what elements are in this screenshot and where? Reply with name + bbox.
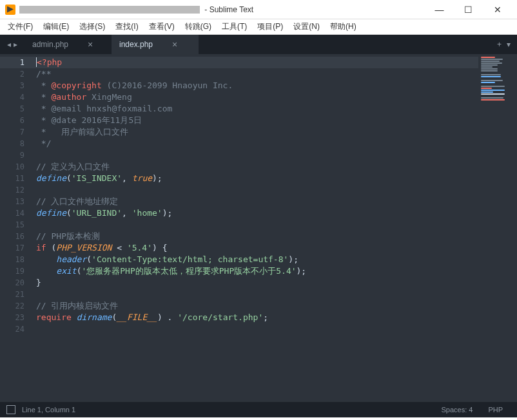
line-number[interactable]: 16 xyxy=(0,231,32,242)
maximize-button[interactable]: ☐ xyxy=(454,1,483,19)
line-number[interactable]: 23 xyxy=(0,312,32,323)
code-line[interactable]: header('Content-Type:text/html; charset=… xyxy=(32,254,478,265)
close-icon[interactable]: × xyxy=(172,39,177,50)
line-number[interactable]: 20 xyxy=(0,277,32,289)
code-line[interactable] xyxy=(32,219,478,231)
code-line[interactable]: if (PHP_VERSION < '5.4') { xyxy=(32,242,478,254)
menu-file[interactable]: 文件(F) xyxy=(3,20,38,33)
line-number[interactable]: 1 xyxy=(0,57,32,68)
line-number[interactable]: 6 xyxy=(0,115,32,126)
menu-project[interactable]: 项目(P) xyxy=(252,20,288,33)
indentation-setting[interactable]: Spaces: 4 xyxy=(433,406,480,414)
menu-view[interactable]: 查看(V) xyxy=(144,20,180,33)
menu-find[interactable]: 查找(I) xyxy=(110,20,143,33)
cursor-position[interactable]: Line 1, Column 1 xyxy=(22,406,433,414)
code-line[interactable]: * @date 2016年11月5日 xyxy=(32,115,478,126)
panel-switcher-icon[interactable] xyxy=(6,405,15,414)
line-number[interactable]: 4 xyxy=(0,91,32,103)
tab-label: index.php xyxy=(119,40,153,49)
line-number[interactable]: 2 xyxy=(0,68,32,80)
line-number[interactable]: 7 xyxy=(0,126,32,138)
code-line[interactable]: // 引用内核启动文件 xyxy=(32,300,478,312)
line-number[interactable]: 11 xyxy=(0,173,32,184)
line-number[interactable]: 5 xyxy=(0,103,32,115)
code-line[interactable] xyxy=(32,289,478,300)
menu-edit[interactable]: 编辑(E) xyxy=(38,20,74,33)
menubar: 文件(F) 编辑(E) 选择(S) 查找(I) 查看(V) 转跳(G) 工具(T… xyxy=(0,19,517,35)
statusbar: Line 1, Column 1 Spaces: 4 PHP xyxy=(0,402,517,417)
code-line[interactable]: require dirname(__FILE__) . '/core/start… xyxy=(32,312,478,323)
line-number[interactable]: 8 xyxy=(0,138,32,149)
window-controls: — ☐ ✕ xyxy=(425,1,512,19)
new-tab-icon[interactable]: + xyxy=(497,40,502,49)
menu-selection[interactable]: 选择(S) xyxy=(74,20,110,33)
gutter: 123456789101112131415161718192021222324 xyxy=(0,54,32,402)
line-number[interactable]: 12 xyxy=(0,184,32,196)
tab-admin-php[interactable]: admin.php × xyxy=(24,35,112,54)
code-line[interactable]: define('IS_INDEX', true); xyxy=(32,173,478,184)
menu-tools[interactable]: 工具(T) xyxy=(217,20,252,33)
line-number[interactable]: 22 xyxy=(0,300,32,312)
tab-index-php[interactable]: index.php × xyxy=(112,35,199,54)
line-number[interactable]: 13 xyxy=(0,196,32,207)
code-line[interactable]: exit('您服务器PHP的版本太低，程序要求PHP版本不小于5.4'); xyxy=(32,265,478,277)
code-line[interactable]: */ xyxy=(32,138,478,149)
code-area[interactable]: <?php/** * @copyright (C)2016-2099 Hnaoy… xyxy=(32,54,478,402)
line-number[interactable]: 9 xyxy=(0,149,32,161)
tab-nav[interactable]: ◂ ▸ xyxy=(0,35,24,54)
redacted-path xyxy=(19,6,200,14)
tab-next-icon[interactable]: ▸ xyxy=(14,40,17,49)
line-number[interactable]: 15 xyxy=(0,219,32,231)
tabbar: ◂ ▸ admin.php × index.php × + ▾ xyxy=(0,35,517,54)
code-line[interactable]: <?php xyxy=(32,57,478,68)
tab-label: admin.php xyxy=(32,40,68,49)
line-number[interactable]: 21 xyxy=(0,289,32,300)
line-number[interactable]: 24 xyxy=(0,323,32,335)
tab-menu-icon[interactable]: ▾ xyxy=(507,40,511,49)
line-number[interactable]: 14 xyxy=(0,207,32,219)
minimap[interactable] xyxy=(478,54,517,402)
code-line[interactable] xyxy=(32,184,478,196)
code-line[interactable]: * 用户前端入口文件 xyxy=(32,126,478,138)
code-line[interactable]: // 定义为入口文件 xyxy=(32,161,478,173)
code-line[interactable] xyxy=(32,149,478,161)
code-line[interactable]: /** xyxy=(32,68,478,80)
syntax-setting[interactable]: PHP xyxy=(480,406,511,414)
app-icon xyxy=(5,5,15,15)
close-button[interactable]: ✕ xyxy=(483,1,512,19)
line-number[interactable]: 10 xyxy=(0,161,32,173)
code-line[interactable]: // PHP版本检测 xyxy=(32,231,478,242)
menu-goto[interactable]: 转跳(G) xyxy=(180,20,217,33)
window-title: - Sublime Text xyxy=(19,5,425,14)
code-line[interactable]: // 入口文件地址绑定 xyxy=(32,196,478,207)
code-line[interactable]: * @copyright (C)2016-2099 Hnaoyun Inc. xyxy=(32,80,478,91)
editor[interactable]: 123456789101112131415161718192021222324 … xyxy=(0,54,517,402)
titlebar: - Sublime Text — ☐ ✕ xyxy=(0,0,517,19)
line-number[interactable]: 3 xyxy=(0,80,32,91)
code-line[interactable]: define('URL_BIND', 'home'); xyxy=(32,207,478,219)
menu-help[interactable]: 帮助(H) xyxy=(325,20,362,33)
close-icon[interactable]: × xyxy=(88,39,93,50)
code-line[interactable] xyxy=(32,323,478,335)
code-line[interactable]: } xyxy=(32,277,478,289)
tab-actions: + ▾ xyxy=(491,35,517,54)
minimize-button[interactable]: — xyxy=(425,1,454,19)
tab-prev-icon[interactable]: ◂ xyxy=(7,40,11,49)
line-number[interactable]: 18 xyxy=(0,254,32,265)
code-line[interactable]: * @author XingMeng xyxy=(32,91,478,103)
line-number[interactable]: 17 xyxy=(0,242,32,254)
menu-preferences[interactable]: 设置(N) xyxy=(288,20,325,33)
code-line[interactable]: * @email hnxsh@foxmail.com xyxy=(32,103,478,115)
line-number[interactable]: 19 xyxy=(0,265,32,277)
